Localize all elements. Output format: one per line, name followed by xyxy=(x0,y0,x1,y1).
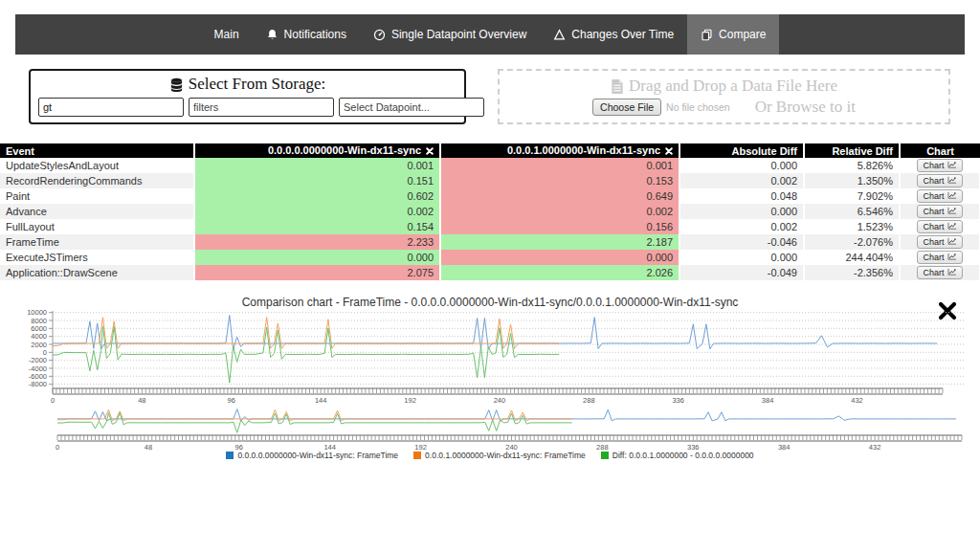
legend-item[interactable]: Diff: 0.0.0.1.0000000 - 0.0.0.0.0000000 xyxy=(601,451,754,460)
chart-line-icon xyxy=(947,253,957,262)
row-chart-button[interactable]: Chart xyxy=(917,159,962,172)
svg-text:288: 288 xyxy=(596,443,609,451)
nav-tab-main[interactable]: Main xyxy=(201,14,253,55)
storage-panel-title: Select From Storage: xyxy=(38,75,457,94)
chart-button-label: Chart xyxy=(923,161,944,170)
chart-navigator[interactable]: 04896144192240288336384432 xyxy=(0,407,980,451)
svg-text:0: 0 xyxy=(56,443,59,451)
chart-button-label: Chart xyxy=(923,176,944,186)
svg-text:0: 0 xyxy=(51,396,55,405)
event-name-cell: Application::DrawScene xyxy=(0,265,194,280)
nav-tab-label: Notifications xyxy=(284,28,346,41)
svg-text:384: 384 xyxy=(762,396,774,405)
row-chart-button[interactable]: Chart xyxy=(917,220,962,233)
column-header-label: Relative Diff xyxy=(832,145,893,157)
legend-swatch xyxy=(601,452,609,459)
file-icon xyxy=(611,79,624,94)
value-b-cell: 0.153 xyxy=(440,173,679,188)
comparison-table: Event0.0.0.0.0000000-Win-dx11-sync0.0.0.… xyxy=(0,143,980,280)
value-a-cell: 2.075 xyxy=(194,265,440,280)
nav-tab-compare[interactable]: Compare xyxy=(687,14,779,55)
row-chart-button[interactable]: Chart xyxy=(917,266,962,279)
svg-text:432: 432 xyxy=(869,443,881,451)
value-a-cell: 0.000 xyxy=(194,250,440,265)
event-name-cell: ExecuteJSTimers xyxy=(0,250,194,265)
column-header-label: Event xyxy=(6,145,34,157)
table-row: Advance0.0020.0020.0006.546%Chart xyxy=(0,204,980,219)
choose-file-button[interactable]: Choose File xyxy=(592,99,661,116)
storage-query-input[interactable] xyxy=(38,98,184,117)
chart-cell: Chart xyxy=(900,219,980,234)
column-header-label: Absolute Diff xyxy=(732,145,797,157)
chart-line-icon xyxy=(947,222,957,231)
row-chart-button[interactable]: Chart xyxy=(917,251,962,264)
column-header-event: Event xyxy=(0,143,194,158)
svg-text:-8000: -8000 xyxy=(29,380,47,388)
column-header-absolute-diff: Absolute Diff xyxy=(679,143,804,158)
relative-diff-cell: 5.826% xyxy=(804,158,900,173)
column-header-0-0-0-1-0000000-win-dx11-sync: 0.0.0.1.0000000-Win-dx11-sync xyxy=(440,143,679,158)
value-b-cell: 0.001 xyxy=(440,158,679,173)
main-comparison-chart[interactable]: 1000080006000400020000-2000-4000-6000-80… xyxy=(0,309,980,407)
delta-icon xyxy=(553,29,566,41)
row-chart-button[interactable]: Chart xyxy=(917,189,962,203)
chart-button-label: Chart xyxy=(923,237,944,247)
nav-tab-single-datapoint-overview[interactable]: Single Datapoint Overview xyxy=(360,14,540,55)
chart-line-icon xyxy=(947,191,957,201)
event-name-cell: Paint xyxy=(0,188,194,204)
event-name-cell: FullLayout xyxy=(0,219,194,234)
chart-cell: Chart xyxy=(900,188,980,204)
chart-button-label: Chart xyxy=(923,191,944,201)
svg-text:48: 48 xyxy=(138,396,145,405)
legend-swatch xyxy=(226,452,234,459)
svg-text:288: 288 xyxy=(583,396,595,405)
column-header-relative-diff: Relative Diff xyxy=(804,143,900,158)
chart-cell: Chart xyxy=(900,250,980,265)
svg-text:96: 96 xyxy=(235,443,243,451)
event-name-cell: Advance xyxy=(0,204,194,219)
svg-text:336: 336 xyxy=(672,396,684,405)
row-chart-button[interactable]: Chart xyxy=(917,235,962,249)
row-chart-button[interactable]: Chart xyxy=(917,205,962,218)
value-b-cell: 2.026 xyxy=(440,265,679,280)
legend-swatch xyxy=(413,452,421,459)
chart-cell: Chart xyxy=(900,265,980,280)
absolute-diff-cell: 0.000 xyxy=(679,250,804,265)
remove-column-icon[interactable] xyxy=(665,145,673,157)
nav-tab-label: Single Datapoint Overview xyxy=(391,28,526,41)
event-name-cell: RecordRenderingCommands xyxy=(0,173,194,188)
value-a-cell: 0.001 xyxy=(194,158,440,173)
chart-button-label: Chart xyxy=(923,253,944,262)
file-drop-zone[interactable]: Drag and Drop a Data File Here Choose Fi… xyxy=(498,69,950,124)
absolute-diff-cell: -0.049 xyxy=(679,265,804,280)
row-chart-button[interactable]: Chart xyxy=(917,174,962,187)
storage-panel: Select From Storage: xyxy=(29,69,466,124)
column-header-chart: Chart xyxy=(900,143,980,158)
legend-item[interactable]: 0.0.0.1.0000000-Win-dx11-sync: FrameTime xyxy=(413,451,586,460)
comparison-table-header: Event0.0.0.0.0000000-Win-dx11-sync0.0.0.… xyxy=(0,143,980,158)
value-a-cell: 0.602 xyxy=(194,188,440,204)
absolute-diff-cell: 0.000 xyxy=(679,158,804,173)
legend-label: 0.0.0.0.0000000-Win-dx11-sync: FrameTime xyxy=(237,451,398,460)
legend-item[interactable]: 0.0.0.0.0000000-Win-dx11-sync: FrameTime xyxy=(226,451,398,460)
chart-button-label: Chart xyxy=(923,268,944,277)
absolute-diff-cell: 0.002 xyxy=(679,219,804,234)
svg-text:432: 432 xyxy=(851,396,863,405)
select-datapoint-input[interactable] xyxy=(339,98,484,117)
storage-filters-input[interactable] xyxy=(189,98,334,117)
column-header-label: Chart xyxy=(926,145,954,157)
nav-tab-changes-over-time[interactable]: Changes Over Time xyxy=(540,14,687,55)
nav-tab-label: Changes Over Time xyxy=(571,28,674,41)
chart-line-icon xyxy=(947,176,957,186)
relative-diff-cell: 244.404% xyxy=(804,250,900,265)
no-file-chosen-text: No file chosen xyxy=(666,101,730,113)
value-b-cell: 0.002 xyxy=(440,204,679,219)
svg-text:144: 144 xyxy=(323,443,336,451)
column-header-label: 0.0.0.0.0000000-Win-dx11-sync xyxy=(268,144,421,156)
svg-text:48: 48 xyxy=(145,443,152,451)
remove-column-icon[interactable] xyxy=(426,145,434,157)
chart-cell: Chart xyxy=(900,204,980,219)
database-icon xyxy=(169,77,184,92)
relative-diff-cell: -2.356% xyxy=(804,265,900,280)
nav-tab-notifications[interactable]: Notifications xyxy=(253,14,360,55)
